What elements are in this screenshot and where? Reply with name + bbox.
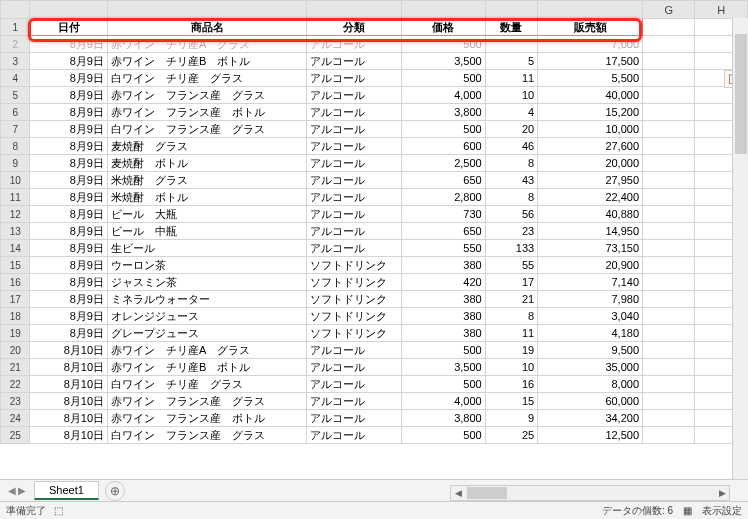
cell-product[interactable]: 赤ワイン チリ産B ボトル — [108, 359, 307, 376]
cell-sales[interactable]: 9,500 — [538, 342, 643, 359]
cell-qty[interactable]: 5 — [485, 53, 537, 70]
cell-product[interactable]: 米焼酎 ボトル — [108, 189, 307, 206]
vscroll-thumb[interactable] — [735, 34, 747, 154]
row-number[interactable]: 15 — [1, 257, 30, 274]
cell-sales[interactable]: 7,980 — [538, 291, 643, 308]
col-header-a[interactable] — [30, 1, 108, 19]
cell-price[interactable]: 500 — [401, 36, 485, 53]
cell-date[interactable]: 8月9日 — [30, 138, 108, 155]
cell-empty[interactable] — [643, 308, 695, 325]
cell-empty[interactable] — [643, 121, 695, 138]
cell-date[interactable]: 8月9日 — [30, 291, 108, 308]
row-number[interactable]: 20 — [1, 342, 30, 359]
cell-empty[interactable] — [643, 342, 695, 359]
cell-product[interactable]: 白ワイン チリ産 グラス — [108, 376, 307, 393]
cell-price[interactable]: 650 — [401, 223, 485, 240]
cell-price[interactable]: 4,000 — [401, 87, 485, 104]
cell-category[interactable]: アルコール — [307, 104, 401, 121]
cell-qty[interactable]: 11 — [485, 325, 537, 342]
col-header-g[interactable]: G — [643, 1, 695, 19]
cell-date[interactable]: 8月10日 — [30, 359, 108, 376]
row-number[interactable]: 19 — [1, 325, 30, 342]
cell-category[interactable]: アルコール — [307, 240, 401, 257]
cell-category[interactable]: アルコール — [307, 172, 401, 189]
cell-sales[interactable]: 15,200 — [538, 104, 643, 121]
row-number[interactable]: 25 — [1, 427, 30, 444]
cell-category[interactable]: アルコール — [307, 410, 401, 427]
header-date[interactable]: 日付 — [30, 19, 108, 36]
cell-qty[interactable]: 10 — [485, 87, 537, 104]
cell-empty[interactable] — [643, 359, 695, 376]
row-number[interactable]: 14 — [1, 240, 30, 257]
cell-price[interactable]: 600 — [401, 138, 485, 155]
cell-empty[interactable] — [643, 393, 695, 410]
cell-category[interactable]: アルコール — [307, 223, 401, 240]
cell-empty[interactable] — [643, 240, 695, 257]
cell-product[interactable]: ジャスミン茶 — [108, 274, 307, 291]
cell-category[interactable]: アルコール — [307, 206, 401, 223]
cell-category[interactable]: アルコール — [307, 138, 401, 155]
col-header-e[interactable] — [485, 1, 537, 19]
cell-date[interactable]: 8月10日 — [30, 342, 108, 359]
cell-empty[interactable] — [643, 104, 695, 121]
cell-price[interactable]: 500 — [401, 376, 485, 393]
cell-qty[interactable]: 55 — [485, 257, 537, 274]
cell-qty[interactable]: 8 — [485, 308, 537, 325]
cell-qty[interactable]: 11 — [485, 70, 537, 87]
cell-product[interactable]: 麦焼酎 ボトル — [108, 155, 307, 172]
cell-category[interactable]: アルコール — [307, 393, 401, 410]
cell-category[interactable]: アルコール — [307, 36, 401, 53]
cell-date[interactable]: 8月9日 — [30, 206, 108, 223]
cell-date[interactable]: 8月9日 — [30, 104, 108, 121]
col-header-d[interactable] — [401, 1, 485, 19]
cell-category[interactable]: アルコール — [307, 53, 401, 70]
cell-date[interactable]: 8月9日 — [30, 240, 108, 257]
tab-prev-icon[interactable]: ◀ — [8, 485, 16, 496]
cell-sales[interactable]: 4,180 — [538, 325, 643, 342]
cell-sales[interactable]: 7,140 — [538, 274, 643, 291]
cell-qty[interactable]: 8 — [485, 189, 537, 206]
cell-date[interactable]: 8月9日 — [30, 53, 108, 70]
cell-date[interactable]: 8月9日 — [30, 308, 108, 325]
row-number[interactable]: 8 — [1, 138, 30, 155]
cell-product[interactable]: ウーロン茶 — [108, 257, 307, 274]
cell-price[interactable]: 650 — [401, 172, 485, 189]
row-number[interactable]: 7 — [1, 121, 30, 138]
row-number[interactable]: 11 — [1, 189, 30, 206]
cell-price[interactable]: 2,800 — [401, 189, 485, 206]
select-all-corner[interactable] — [1, 1, 30, 19]
cell-qty[interactable]: 133 — [485, 240, 537, 257]
cell-empty[interactable] — [643, 291, 695, 308]
cell-sales[interactable]: 20,000 — [538, 155, 643, 172]
cell-price[interactable]: 380 — [401, 325, 485, 342]
cell-product[interactable]: 赤ワイン フランス産 グラス — [108, 87, 307, 104]
cell-empty[interactable] — [643, 274, 695, 291]
cell-sales[interactable]: 14,950 — [538, 223, 643, 240]
row-number[interactable]: 12 — [1, 206, 30, 223]
row-number[interactable]: 24 — [1, 410, 30, 427]
cell-date[interactable]: 8月10日 — [30, 427, 108, 444]
cell-date[interactable]: 8月9日 — [30, 223, 108, 240]
cell-category[interactable]: アルコール — [307, 342, 401, 359]
cell-date[interactable]: 8月9日 — [30, 36, 108, 53]
cell-empty[interactable] — [643, 138, 695, 155]
cell-sales[interactable]: 35,000 — [538, 359, 643, 376]
cell-sales[interactable]: 40,880 — [538, 206, 643, 223]
header-price[interactable]: 価格 — [401, 19, 485, 36]
cell-empty[interactable] — [643, 36, 695, 53]
cell-empty[interactable] — [643, 70, 695, 87]
cell-empty[interactable] — [643, 189, 695, 206]
cell-qty[interactable]: 21 — [485, 291, 537, 308]
cell-product[interactable]: ビール 大瓶 — [108, 206, 307, 223]
cell-qty[interactable]: 56 — [485, 206, 537, 223]
col-header-c[interactable] — [307, 1, 401, 19]
header-category[interactable]: 分類 — [307, 19, 401, 36]
cell-date[interactable]: 8月10日 — [30, 410, 108, 427]
cell-product[interactable]: グレープジュース — [108, 325, 307, 342]
cell-empty[interactable] — [643, 325, 695, 342]
cell-category[interactable]: ソフトドリンク — [307, 257, 401, 274]
cell-product[interactable]: 赤ワイン フランス産 グラス — [108, 393, 307, 410]
cell-sales[interactable]: 34,200 — [538, 410, 643, 427]
cell-sales[interactable]: 27,950 — [538, 172, 643, 189]
row-number[interactable]: 22 — [1, 376, 30, 393]
